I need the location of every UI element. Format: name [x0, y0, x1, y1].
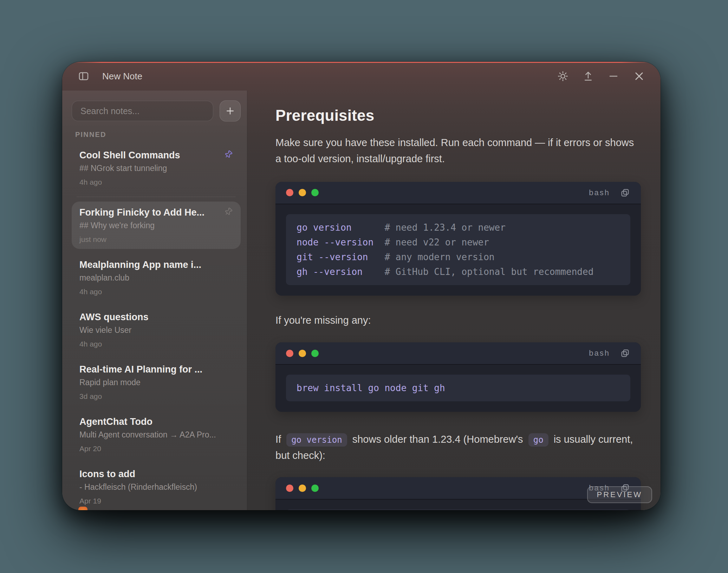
code-block-body: go version # need 1.23.4 or newernode --…: [275, 204, 641, 296]
traffic-lights: [286, 350, 319, 357]
list-divider: [77, 197, 236, 197]
note-subtitle: Multi Agent conversation → A2A Pro...: [79, 429, 233, 440]
preview-badge: PREVIEW: [587, 486, 652, 503]
note-title: Mealplanning App name i...: [79, 259, 233, 271]
traffic-light-green: [311, 189, 319, 196]
code-block-header: bash: [275, 477, 641, 500]
note-list-item[interactable]: Icons to add- Hackfleisch (Rinderhackfle…: [72, 463, 241, 510]
search-input[interactable]: [72, 101, 213, 121]
note-timestamp: 3d ago: [79, 392, 233, 401]
note-timestamp: just now: [79, 235, 233, 244]
note-list-item[interactable]: AWS questionsWie viele User4h ago: [72, 306, 241, 354]
code-block-header: bash: [275, 342, 641, 365]
window-body: PINNED Cool Shell Commands## NGrok start…: [62, 91, 661, 510]
note-title: Icons to add: [79, 468, 233, 480]
note-list-item[interactable]: Real-time AI Planning for ...Rapid plan …: [72, 358, 241, 406]
pushpin-icon[interactable]: [224, 150, 233, 159]
code-language-label: bash: [589, 349, 610, 358]
note-timestamp: 4h ago: [79, 340, 233, 349]
theme-toggle-button[interactable]: [557, 71, 568, 82]
new-note-button[interactable]: [220, 100, 241, 121]
share-button[interactable]: [583, 71, 594, 82]
code-line: gh --version # GitHub CLI, optional but …: [297, 264, 620, 279]
note-subtitle: ## NGrok start tunneling: [79, 163, 233, 173]
intro-paragraph: Make sure you have these installed. Run …: [275, 135, 641, 167]
code-line: node --version # need v22 or newer: [297, 235, 620, 250]
code-line: git --version # any modern version: [297, 250, 620, 264]
code-block: bash brew upgrade go: [275, 477, 641, 510]
note-title: Cool Shell Commands: [79, 149, 220, 161]
code-block-header: bash: [275, 182, 641, 204]
note-timestamp: Apr 20: [79, 444, 233, 453]
note-list-item[interactable]: Cool Shell Commands## NGrok start tunnel…: [72, 144, 241, 192]
copy-icon: [620, 348, 630, 358]
copy-icon: [620, 187, 630, 198]
code-block-body: brew install go node git gh: [275, 365, 641, 412]
copy-code-button[interactable]: [620, 187, 630, 198]
traffic-light-yellow: [299, 350, 306, 357]
notes-list: Cool Shell Commands## NGrok start tunnel…: [72, 144, 241, 510]
sidebar: PINNED Cool Shell Commands## NGrok start…: [62, 91, 247, 510]
traffic-light-red: [286, 189, 293, 196]
note-title: Forking Finicky to Add He...: [79, 206, 220, 218]
plus-icon: [225, 106, 235, 116]
code-block-body: brew upgrade go: [275, 500, 641, 510]
note-list-item[interactable]: Mealplanning App name i...mealplan.club4…: [72, 254, 241, 301]
code-line: go version # need 1.23.4 or newer: [297, 220, 620, 235]
search-row: [72, 100, 241, 121]
note-subtitle: mealplan.club: [79, 272, 233, 283]
traffic-light-green: [311, 350, 319, 357]
code-block: bash brew install go node git gh: [275, 342, 641, 412]
clipped-note-emoji: [78, 507, 87, 510]
minus-icon: [608, 71, 619, 82]
pinned-section-label: PINNED: [75, 131, 237, 139]
close-button[interactable]: [633, 70, 645, 82]
traffic-light-red: [286, 485, 293, 492]
code-content: brew install go node git gh: [286, 375, 630, 401]
note-subtitle: Rapid plan mode: [79, 377, 233, 388]
traffic-light-yellow: [299, 485, 306, 492]
note-timestamp: 4h ago: [79, 178, 233, 187]
note-list-item[interactable]: AgentChat TodoMulti Agent conversation →…: [72, 411, 241, 458]
sun-icon: [557, 71, 568, 82]
traffic-light-green: [311, 485, 319, 492]
titlebar-actions: [557, 70, 645, 82]
traffic-lights: [286, 485, 319, 492]
x-icon: [633, 70, 645, 82]
inline-code: go: [528, 433, 548, 447]
note-timestamp: Apr 19: [79, 496, 233, 506]
minimize-button[interactable]: [608, 71, 619, 82]
traffic-light-red: [286, 350, 293, 357]
note-timestamp: 4h ago: [79, 287, 233, 296]
panel-left-icon: [78, 71, 90, 82]
code-content: go version # need 1.23.4 or newernode --…: [286, 214, 630, 285]
copy-code-button[interactable]: [620, 348, 630, 358]
note-subtitle: - Hackfleisch (Rinderhackfleisch): [79, 482, 233, 492]
inline-code: go version: [286, 433, 347, 447]
export-up-arrow-icon: [583, 71, 594, 82]
titlebar: New Note: [62, 62, 661, 91]
missing-paragraph: If you're missing any:: [275, 312, 641, 329]
traffic-light-yellow: [299, 189, 306, 196]
sidebar-toggle-button[interactable]: [78, 71, 90, 82]
note-heading: Prerequisites: [275, 107, 641, 124]
note-subtitle: ## Why we're forking: [79, 220, 233, 231]
paragraph-text: shows older than 1.23.4 (Homebrew's: [350, 434, 526, 445]
note-title: AgentChat Todo: [79, 416, 233, 428]
code-content: brew upgrade go: [286, 509, 630, 510]
upgrade-paragraph: If go version shows older than 1.23.4 (H…: [275, 432, 641, 464]
note-title: Real-time AI Planning for ...: [79, 363, 233, 375]
window-title: New Note: [102, 71, 142, 82]
traffic-lights: [286, 189, 319, 196]
note-title: AWS questions: [79, 311, 233, 323]
code-block: bash go version # need 1.23.4 or newerno…: [275, 182, 641, 296]
code-line: brew install go node git gh: [297, 381, 620, 395]
note-list-item[interactable]: Forking Finicky to Add He...## Why we're…: [72, 202, 241, 249]
code-language-label: bash: [589, 188, 610, 197]
paragraph-text: If: [275, 434, 284, 445]
pushpin-icon[interactable]: [224, 207, 233, 216]
app-window: New Note: [62, 62, 661, 510]
note-editor[interactable]: Prerequisites Make sure you have these i…: [247, 91, 661, 510]
note-subtitle: Wie viele User: [79, 325, 233, 335]
